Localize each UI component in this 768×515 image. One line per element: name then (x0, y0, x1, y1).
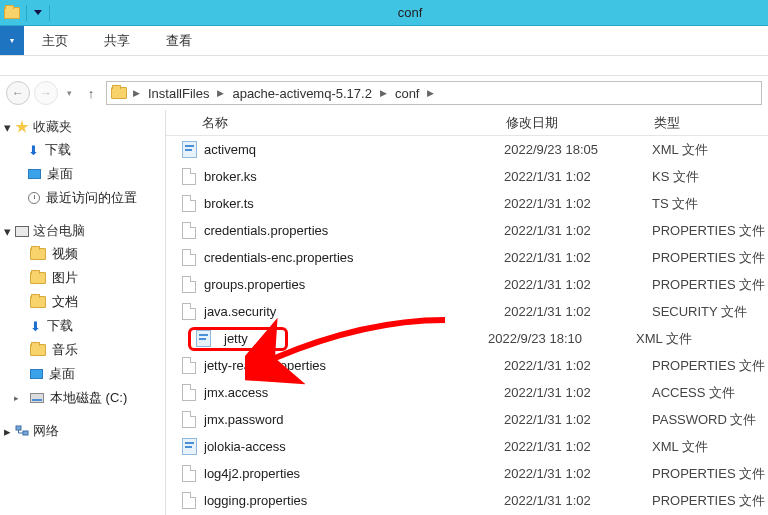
sidebar-item[interactable]: 视频 (0, 242, 165, 266)
sidebar-group-network[interactable]: ▸ 网络 (0, 420, 165, 442)
title-bar: conf (0, 0, 768, 26)
breadcrumb-item[interactable]: InstallFiles (146, 86, 211, 101)
file-icon (182, 411, 196, 428)
file-row[interactable]: log4j2.properties 2022/1/31 1:02 PROPERT… (166, 460, 768, 487)
file-row[interactable]: logging.properties 2022/1/31 1:02 PROPER… (166, 487, 768, 514)
sidebar-item[interactable]: 桌面 (0, 162, 165, 186)
ribbon-tab-share[interactable]: 共享 (86, 26, 148, 55)
column-header-type[interactable]: 类型 (654, 114, 768, 132)
file-pane: 名称 修改日期 类型 activemq 2022/9/23 18:05 XML … (166, 110, 768, 515)
nav-history-dropdown[interactable]: ▾ (62, 88, 76, 98)
videos-folder-icon (30, 248, 46, 260)
nav-back-button[interactable]: ← (6, 81, 30, 105)
sidebar-item-label: 下载 (45, 141, 71, 159)
file-icon (182, 465, 196, 482)
chevron-down-icon: ▾ (4, 120, 11, 135)
sidebar-item-label: 文档 (52, 293, 78, 311)
file-name: log4j2.properties (204, 466, 504, 481)
file-name: groups.properties (204, 277, 504, 292)
column-headers: 名称 修改日期 类型 (166, 110, 768, 136)
file-date: 2022/1/31 1:02 (504, 223, 652, 238)
file-date: 2022/9/23 18:10 (488, 331, 636, 346)
file-name: logging.properties (204, 493, 504, 508)
ribbon-body (0, 56, 768, 76)
sidebar-group-thispc[interactable]: ▾ 这台电脑 (0, 220, 165, 242)
file-row[interactable]: jmx.access 2022/1/31 1:02 ACCESS 文件 (166, 379, 768, 406)
file-row[interactable]: credentials-enc.properties 2022/1/31 1:0… (166, 244, 768, 271)
file-type: PROPERTIES 文件 (652, 276, 768, 294)
breadcrumb-item[interactable]: apache-activemq-5.17.2 (230, 86, 373, 101)
file-type: XML 文件 (652, 438, 768, 456)
file-name: java.security (204, 304, 504, 319)
pictures-folder-icon (30, 272, 46, 284)
documents-folder-icon (30, 296, 46, 308)
sidebar-item[interactable]: 桌面 (0, 362, 165, 386)
computer-icon (15, 226, 29, 237)
xml-file-icon (182, 141, 197, 158)
sidebar-item-label: 下载 (47, 317, 73, 335)
file-type: PROPERTIES 文件 (652, 357, 768, 375)
file-type: SECURITY 文件 (652, 303, 768, 321)
file-row[interactable]: jetty-realm.properties 2022/1/31 1:02 PR… (166, 352, 768, 379)
chevron-right-icon[interactable]: ▶ (423, 88, 438, 98)
file-icon (182, 492, 196, 509)
file-date: 2022/1/31 1:02 (504, 385, 652, 400)
chevron-right-icon[interactable]: ▶ (213, 88, 228, 98)
file-icon (182, 357, 196, 374)
sidebar-item[interactable]: ⬇ 下载 (0, 138, 165, 162)
file-row[interactable]: jmx.password 2022/1/31 1:02 PASSWORD 文件 (166, 406, 768, 433)
file-row[interactable]: java.security 2022/1/31 1:02 SECURITY 文件 (166, 298, 768, 325)
file-type: PROPERTIES 文件 (652, 222, 768, 240)
file-row[interactable]: groups.properties 2022/1/31 1:02 PROPERT… (166, 271, 768, 298)
sidebar: ▾ 收藏夹 ⬇ 下载 桌面 最近访问的位置 ▾ 这台电脑 视频 图片 (0, 110, 166, 515)
chevron-right-icon[interactable]: ▶ (129, 88, 144, 98)
file-row[interactable]: jetty 2022/9/23 18:10 XML 文件 (166, 325, 768, 352)
file-row[interactable]: jolokia-access 2022/1/31 1:02 XML 文件 (166, 433, 768, 460)
xml-file-icon (196, 330, 211, 347)
address-bar[interactable]: ▶ InstallFiles ▶ apache-activemq-5.17.2 … (106, 81, 762, 105)
sidebar-item[interactable]: 最近访问的位置 (0, 186, 165, 210)
sidebar-item-label: 桌面 (47, 165, 73, 183)
qat-divider (26, 5, 27, 21)
file-date: 2022/1/31 1:02 (504, 304, 652, 319)
chevron-right-icon[interactable]: ▶ (376, 88, 391, 98)
file-icon (182, 222, 196, 239)
nav-up-button[interactable]: ↑ (80, 82, 102, 104)
file-date: 2022/1/31 1:02 (504, 358, 652, 373)
file-tab-caret-icon: ▾ (10, 36, 14, 45)
sidebar-item-label: 图片 (52, 269, 78, 287)
file-row[interactable]: broker.ks 2022/1/31 1:02 KS 文件 (166, 163, 768, 190)
ribbon-tab-home[interactable]: 主页 (24, 26, 86, 55)
breadcrumb-item[interactable]: conf (393, 86, 422, 101)
nav-forward-button[interactable]: → (34, 81, 58, 105)
sidebar-item[interactable]: 文档 (0, 290, 165, 314)
file-name: activemq (204, 142, 504, 157)
file-row[interactable]: credentials.properties 2022/1/31 1:02 PR… (166, 217, 768, 244)
arrow-left-icon: ← (12, 86, 24, 100)
svg-rect-1 (23, 431, 28, 435)
sidebar-item[interactable]: ▸ 本地磁盘 (C:) (0, 386, 165, 410)
file-type: PROPERTIES 文件 (652, 465, 768, 483)
download-icon: ⬇ (30, 319, 41, 334)
sidebar-item[interactable]: ⬇ 下载 (0, 314, 165, 338)
column-header-name[interactable]: 名称 (166, 114, 506, 132)
sidebar-item-label: 视频 (52, 245, 78, 263)
star-icon (15, 120, 29, 134)
sidebar-item[interactable]: 图片 (0, 266, 165, 290)
qat-dropdown-icon[interactable] (33, 8, 43, 18)
file-date: 2022/1/31 1:02 (504, 196, 652, 211)
sidebar-group-favorites[interactable]: ▾ 收藏夹 (0, 116, 165, 138)
column-header-date[interactable]: 修改日期 (506, 114, 654, 132)
arrow-right-icon: → (40, 86, 52, 100)
sidebar-item[interactable]: 音乐 (0, 338, 165, 362)
file-type: ACCESS 文件 (652, 384, 768, 402)
file-tab[interactable]: ▾ (0, 26, 24, 55)
ribbon-tab-view[interactable]: 查看 (148, 26, 210, 55)
file-row[interactable]: activemq 2022/9/23 18:05 XML 文件 (166, 136, 768, 163)
file-type: KS 文件 (652, 168, 768, 186)
file-name: jolokia-access (204, 439, 504, 454)
file-name: jetty (224, 331, 248, 346)
chevron-down-icon: ▾ (4, 224, 11, 239)
file-row[interactable]: broker.ts 2022/1/31 1:02 TS 文件 (166, 190, 768, 217)
download-icon: ⬇ (28, 143, 39, 158)
